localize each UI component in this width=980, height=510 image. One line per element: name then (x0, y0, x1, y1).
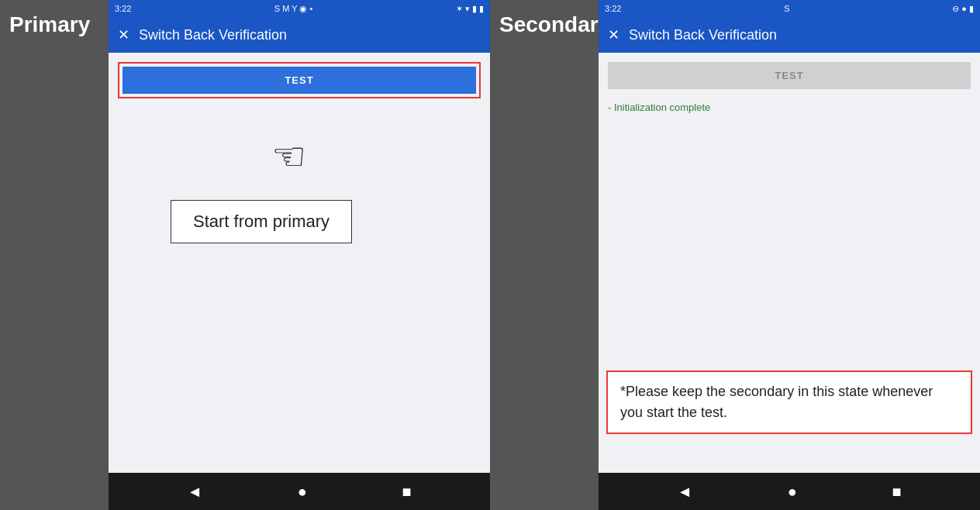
secondary-status-bar: 3:22 S ⊖ ● ▮ (599, 0, 980, 17)
secondary-content-area: TEST - Initialization complete *Please k… (599, 53, 980, 473)
secondary-status-time: 3:22 (605, 4, 621, 13)
secondary-test-button: TEST (608, 62, 971, 89)
primary-nav-back-icon[interactable]: ◄ (187, 483, 202, 501)
right-panel: Secondary 3:22 S ⊖ ● ▮ ✕ Switch Back Ver… (490, 0, 980, 510)
start-from-primary-box: Start from primary (171, 200, 352, 243)
primary-nav-recent-icon[interactable]: ■ (402, 483, 412, 501)
secondary-note-box: *Please keep the secondary in this state… (606, 370, 972, 434)
primary-test-button-wrapper: TEST (118, 62, 481, 98)
secondary-phone-frame: 3:22 S ⊖ ● ▮ ✕ Switch Back Verification … (599, 0, 980, 510)
secondary-header-title: Switch Back Verification (629, 27, 777, 43)
primary-nav-home-icon[interactable]: ● (298, 483, 307, 501)
primary-test-button[interactable]: TEST (122, 67, 476, 94)
secondary-label-area: Secondary (490, 0, 599, 510)
primary-status-time: 3:22 (115, 4, 131, 13)
secondary-nav-recent-icon[interactable]: ■ (892, 483, 902, 501)
init-complete-message: - Initialization complete (608, 102, 971, 113)
primary-nav-bar: ◄ ● ■ (109, 473, 490, 510)
cursor-hand-icon: ☞ (271, 134, 306, 179)
primary-content-area: TEST ☞ Start from primary (109, 53, 490, 473)
primary-status-icons-left: S M Y ◉ • (274, 4, 313, 14)
primary-header-title: Switch Back Verification (139, 27, 287, 43)
left-panel: Primary 3:22 S M Y ◉ • ✶ ▾ ▮ ▮ ✕ Switch … (0, 0, 490, 510)
secondary-close-button[interactable]: ✕ (608, 26, 619, 43)
secondary-nav-bar: ◄ ● ■ (599, 473, 980, 510)
secondary-app-header: ✕ Switch Back Verification (599, 17, 980, 53)
secondary-nav-back-icon[interactable]: ◄ (677, 483, 692, 501)
primary-close-button[interactable]: ✕ (118, 26, 129, 43)
secondary-status-icons-left: S (784, 4, 789, 13)
secondary-nav-home-icon[interactable]: ● (788, 483, 797, 501)
primary-label-area: Primary (0, 0, 109, 510)
primary-status-bar: 3:22 S M Y ◉ • ✶ ▾ ▮ ▮ (109, 0, 490, 17)
primary-status-icons-right: ✶ ▾ ▮ ▮ (456, 4, 484, 14)
primary-label: Primary (9, 12, 90, 37)
secondary-label: Secondary (499, 12, 610, 37)
primary-phone-frame: 3:22 S M Y ◉ • ✶ ▾ ▮ ▮ ✕ Switch Back Ver… (109, 0, 490, 510)
secondary-status-icons-right: ⊖ ● ▮ (952, 4, 974, 14)
primary-app-header: ✕ Switch Back Verification (109, 17, 490, 53)
